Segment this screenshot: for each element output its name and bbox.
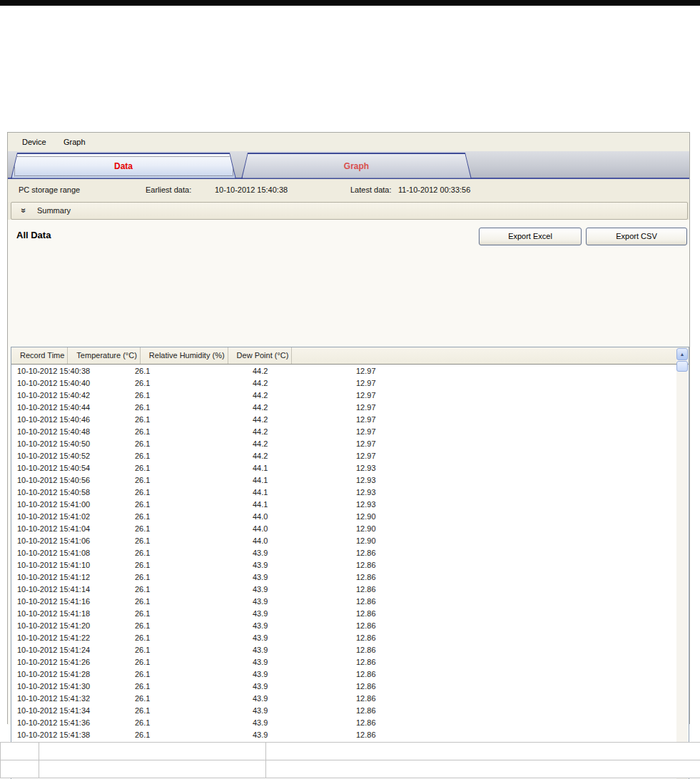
cell-empty [447,668,689,681]
table-row[interactable]: 10-10-2012 15:40:58 26.1 44.1 12.93 [11,487,689,499]
table-row[interactable]: 10-10-2012 15:41:36 26.1 43.9 12.86 [11,717,689,729]
cell-relative-humidity: 44.2 [247,426,350,438]
cell-dew-point: 12.86 [350,559,447,571]
cell-temperature: 26.1 [129,644,247,656]
cell-record-time: 10-10-2012 15:40:38 [11,365,129,377]
cell-dew-point: 12.86 [350,668,447,681]
summary-expander[interactable]: » Summary [11,202,688,220]
cell-dew-point: 12.97 [350,450,447,462]
cell-relative-humidity: 43.9 [247,705,350,717]
table-row[interactable]: 10-10-2012 15:41:24 26.1 43.9 12.86 [11,644,689,656]
cell-record-time: 10-10-2012 15:41:16 [11,596,129,608]
cell-relative-humidity: 43.9 [247,644,350,656]
table-row[interactable]: 10-10-2012 15:41:16 26.1 43.9 12.86 [11,596,689,608]
cell-dew-point: 12.86 [350,632,447,644]
cell-relative-humidity: 43.9 [247,717,350,729]
cell-temperature: 26.1 [129,390,247,402]
cell-temperature: 26.1 [129,523,247,535]
tab-data[interactable]: Data [11,153,236,179]
table-row[interactable]: 10-10-2012 15:41:32 26.1 43.9 12.86 [11,693,689,705]
column-header[interactable]: Temperature (°C) [67,347,139,364]
cell-temperature: 26.1 [129,596,247,608]
column-header[interactable] [291,347,303,364]
menu-item-device[interactable]: Device [18,136,51,148]
cell-relative-humidity: 44.1 [247,487,350,499]
table-row[interactable]: 10-10-2012 15:40:50 26.1 44.2 12.97 [11,438,689,450]
cell-record-time: 10-10-2012 15:41:34 [11,705,129,717]
cell-empty [447,608,689,620]
menu-item-graph[interactable]: Graph [59,136,90,148]
table-row[interactable]: 10-10-2012 15:40:42 26.1 44.2 12.97 [11,390,689,402]
table-row[interactable]: 10-10-2012 15:40:52 26.1 44.2 12.97 [11,450,689,462]
cell-record-time: 10-10-2012 15:41:18 [11,608,129,620]
cell-relative-humidity: 43.9 [247,693,350,705]
table-row[interactable]: 10-10-2012 15:41:00 26.1 44.1 12.93 [11,499,689,511]
table-row[interactable]: 10-10-2012 15:40:38 26.1 44.2 12.97 [11,365,689,377]
table-row[interactable]: 10-10-2012 15:41:28 26.1 43.9 12.86 [11,668,689,681]
cell-temperature: 26.1 [129,620,247,632]
export-csv-button[interactable]: Export CSV [586,228,687,245]
cell-empty [447,632,689,644]
cell-temperature: 26.1 [129,438,247,450]
cell-record-time: 10-10-2012 15:41:26 [11,656,129,668]
vertical-scrollbar[interactable]: ▲ ▼ [676,348,688,779]
cell-record-time: 10-10-2012 15:40:56 [11,474,129,487]
column-header[interactable]: Dew Point (°C) [228,347,292,364]
cell-dew-point: 12.97 [350,414,447,426]
cell-relative-humidity: 43.9 [247,584,350,596]
column-header[interactable]: Relative Humidity (%) [140,347,228,364]
table-row[interactable]: 10-10-2012 15:41:14 26.1 43.9 12.86 [11,584,689,596]
tab-graph[interactable]: Graph [241,153,472,179]
cell-temperature: 26.1 [129,426,247,438]
export-excel-button[interactable]: Export Excel [479,228,582,245]
cell-dew-point: 12.86 [350,644,447,656]
table-row[interactable]: 10-10-2012 15:41:34 26.1 43.9 12.86 [11,705,689,717]
cell-relative-humidity: 43.9 [247,668,350,681]
column-header[interactable]: Record Time [11,347,67,364]
table-row[interactable]: 10-10-2012 15:40:40 26.1 44.2 12.97 [11,377,689,390]
table-row[interactable]: 10-10-2012 15:40:54 26.1 44.1 12.93 [11,462,689,474]
cell-empty [447,693,689,705]
data-table: Record Time Temperature (°C) Relative Hu… [11,347,689,779]
cell-record-time: 10-10-2012 15:41:36 [11,717,129,729]
table-row[interactable]: 10-10-2012 15:41:08 26.1 43.9 12.86 [11,547,689,559]
table-row[interactable]: 10-10-2012 15:41:38 26.1 43.9 12.86 [11,729,689,741]
cell-dew-point: 12.86 [350,596,447,608]
cell-temperature: 26.1 [129,584,247,596]
cell-empty [447,499,689,511]
footer-table-cell [0,760,39,778]
content-panel: All Data Export Excel Export CSV Record … [8,220,689,725]
table-row[interactable]: 10-10-2012 15:41:26 26.1 43.9 12.86 [11,656,689,668]
cell-dew-point: 12.90 [350,535,447,547]
cell-relative-humidity: 44.2 [247,377,350,390]
table-row[interactable]: 10-10-2012 15:41:12 26.1 43.9 12.86 [11,571,689,584]
table-row[interactable]: 10-10-2012 15:41:18 26.1 43.9 12.86 [11,608,689,620]
scroll-thumb[interactable] [676,361,688,372]
table-row[interactable]: 10-10-2012 15:41:22 26.1 43.9 12.86 [11,632,689,644]
footer-table-cell [266,760,700,778]
top-black-bar [0,0,700,6]
table-body: 10-10-2012 15:40:38 26.1 44.2 12.97 10-1… [11,365,689,779]
cell-empty [447,450,689,462]
cell-relative-humidity: 44.0 [247,535,350,547]
table-row[interactable]: 10-10-2012 15:41:20 26.1 43.9 12.86 [11,620,689,632]
table-row[interactable]: 10-10-2012 15:41:04 26.1 44.0 12.90 [11,523,689,535]
table-row[interactable]: 10-10-2012 15:41:30 26.1 43.9 12.86 [11,681,689,693]
cell-temperature: 26.1 [129,511,247,523]
menu-bar: Device Graph [8,133,689,151]
cell-record-time: 10-10-2012 15:41:12 [11,571,129,584]
table-row[interactable]: 10-10-2012 15:40:46 26.1 44.2 12.97 [11,414,689,426]
table-row[interactable]: 10-10-2012 15:41:10 26.1 43.9 12.86 [11,559,689,571]
cell-dew-point: 12.86 [350,717,447,729]
table-row[interactable]: 10-10-2012 15:40:56 26.1 44.1 12.93 [11,474,689,487]
tab-data-label: Data [11,153,236,179]
table-row[interactable]: 10-10-2012 15:40:44 26.1 44.2 12.97 [11,402,689,414]
screenshot-canvas: Device Graph Data Graph PC storage range… [0,0,700,779]
cell-record-time: 10-10-2012 15:40:46 [11,414,129,426]
table-row[interactable]: 10-10-2012 15:40:48 26.1 44.2 12.97 [11,426,689,438]
scroll-up-button[interactable]: ▲ [676,348,688,360]
table-row[interactable]: 10-10-2012 15:41:02 26.1 44.0 12.90 [11,511,689,523]
table-row[interactable]: 10-10-2012 15:41:06 26.1 44.0 12.90 [11,535,689,547]
cell-record-time: 10-10-2012 15:41:28 [11,668,129,681]
cell-relative-humidity: 44.0 [247,523,350,535]
